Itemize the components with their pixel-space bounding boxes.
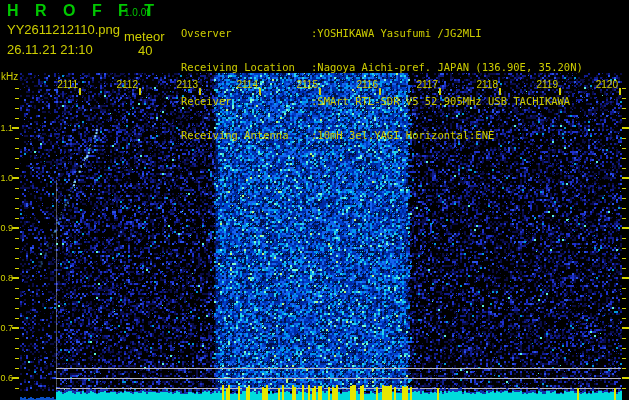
freq-tick-label: 0.9 (0, 223, 13, 233)
time-tick-label: 2111 (57, 79, 78, 90)
info-label: Receiver (181, 96, 311, 107)
info-label: Receiving Location (181, 62, 311, 73)
info-value: Nagoya Aichi-pref. JAPAN (136.90E, 35.20… (317, 61, 583, 73)
info-label: Ovserver (181, 28, 311, 39)
time-tick-label: 2117 (416, 79, 438, 90)
info-value: 10mH 3el.YAGI Horizontal:ENE (317, 129, 494, 141)
time-tick-label: 2113 (176, 79, 198, 90)
freq-tick-label: 0.8 (0, 273, 13, 283)
output-filename: YY2611212110.png (7, 22, 120, 37)
freq-tick-label: 1.1 (0, 123, 13, 133)
time-tick-label: 2119 (536, 79, 558, 90)
freq-tick-label: 0.7 (0, 323, 13, 333)
time-tick-label: 2118 (476, 79, 498, 90)
app-version: 1.0.0f (124, 7, 149, 18)
info-row-antenna: Receiving Antenna:10mH 3el.YAGI Horizont… (181, 130, 583, 141)
info-row-observer: Ovserver:YOSHIKAWA Yasufumi /JG2MLI (181, 28, 583, 39)
time-tick-label: 2114 (236, 79, 258, 90)
info-value: YOSHIKAWA Yasufumi /JG2MLI (317, 27, 481, 39)
echo-count: 40 (138, 43, 152, 58)
info-value: SMArt RTL-SDR V5 52.905MHz USB TACHIKAWA (317, 95, 570, 107)
info-label: Receiving Antenna (181, 130, 311, 141)
time-tick-label: 2116 (356, 79, 378, 90)
time-tick-label: 2112 (116, 79, 138, 90)
freq-axis-unit: kHz (1, 71, 18, 82)
freq-tick-label: 1.0 (0, 173, 13, 183)
info-row-receiver: Receiver:SMArt RTL-SDR V5 52.905MHz USB … (181, 96, 583, 107)
time-tick-label: 2115 (296, 79, 318, 90)
info-row-location: Receiving Location:Nagoya Aichi-pref. JA… (181, 62, 583, 73)
mode-label: meteor (124, 29, 164, 44)
hrofft-window: H R O F F T 1.0.0f YY2611212110.png mete… (0, 0, 629, 400)
freq-tick-label: 0.6 (0, 373, 13, 383)
datetime-label: 26.11.21 21:10 (7, 42, 93, 57)
time-tick-label: 2120 (596, 79, 618, 90)
